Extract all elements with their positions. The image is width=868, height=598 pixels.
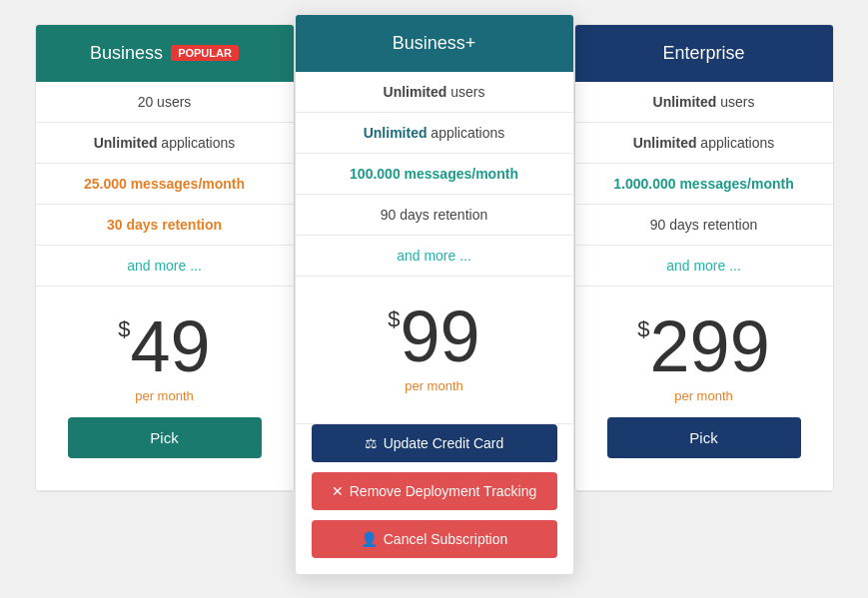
business-feature-messages: 25.000 messages/month xyxy=(36,164,294,205)
business-plus-plan-name: Business+ xyxy=(393,33,476,54)
business-plus-feature-retention: 90 days retention xyxy=(296,195,573,236)
remove-deployment-button[interactable]: ✕ Remove Deployment Tracking xyxy=(312,472,557,510)
business-price-display: $ 49 xyxy=(52,310,278,382)
enterprise-feature-retention: 90 days retention xyxy=(575,205,833,246)
enterprise-feature-messages: 1.000.000 messages/month xyxy=(575,164,833,205)
business-plus-feature-messages: 100.000 messages/month xyxy=(296,154,573,195)
enterprise-pricing: $ 299 per month Pick xyxy=(575,287,833,491)
business-feature-retention: 30 days retention xyxy=(36,205,294,246)
cancel-user-icon: 👤 xyxy=(361,531,378,547)
business-plus-feature-more[interactable]: and more ... xyxy=(296,236,573,277)
business-plus-pricing: $ 99 per month xyxy=(296,277,573,424)
plan-business-plus: Business+ Unlimited users Unlimited appl… xyxy=(295,14,574,575)
business-feature-users: 20 users xyxy=(36,82,294,123)
remove-icon: ✕ xyxy=(332,483,344,499)
business-pick-button[interactable]: Pick xyxy=(68,417,262,458)
enterprise-price-display: $ 299 xyxy=(591,310,817,382)
plan-business: Business Popular 20 users Unlimited appl… xyxy=(35,24,295,492)
business-pricing: $ 49 per month Pick xyxy=(36,287,294,491)
business-header: Business Popular xyxy=(36,25,294,82)
update-credit-card-button[interactable]: ⚖ Update Credit Card xyxy=(312,424,557,462)
business-feature-more[interactable]: and more ... xyxy=(36,246,294,287)
enterprise-feature-users: Unlimited users xyxy=(575,82,833,123)
business-plus-header: Business+ xyxy=(296,15,573,72)
enterprise-pick-button[interactable]: Pick xyxy=(607,417,801,458)
business-plus-feature-users: Unlimited users xyxy=(296,72,573,113)
business-plan-name: Business xyxy=(90,43,163,64)
credit-card-icon: ⚖ xyxy=(365,435,378,451)
enterprise-feature-apps: Unlimited applications xyxy=(575,123,833,164)
enterprise-header: Enterprise xyxy=(575,25,833,82)
cancel-subscription-button[interactable]: 👤 Cancel Subscription xyxy=(312,520,557,558)
enterprise-plan-name: Enterprise xyxy=(662,43,744,64)
popular-badge: Popular xyxy=(171,45,239,61)
business-plus-price-display: $ 99 xyxy=(312,300,557,372)
business-feature-apps: Unlimited applications xyxy=(36,123,294,164)
enterprise-feature-more[interactable]: and more ... xyxy=(575,246,833,287)
plan-enterprise: Enterprise Unlimited users Unlimited app… xyxy=(574,24,834,492)
business-plus-feature-apps: Unlimited applications xyxy=(296,113,573,154)
pricing-container: Business Popular 20 users Unlimited appl… xyxy=(0,4,868,595)
business-plus-actions: ⚖ Update Credit Card ✕ Remove Deployment… xyxy=(296,424,573,558)
